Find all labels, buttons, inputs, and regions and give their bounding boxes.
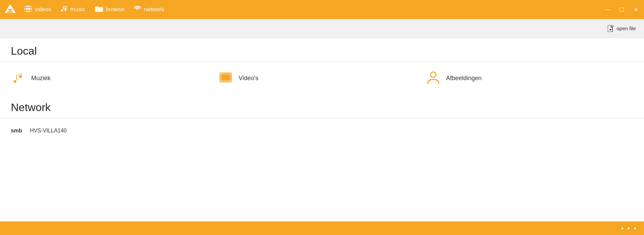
minimize-button[interactable]: —	[603, 5, 611, 14]
nav-label-network: network	[144, 6, 164, 13]
local-grid: Muziek Video's	[0, 62, 644, 94]
music-icon	[61, 5, 68, 14]
network-heading: Network	[0, 94, 644, 118]
local-heading: Local	[0, 38, 644, 61]
svg-rect-3	[7, 12, 13, 13]
more-options-dots[interactable]: • • •	[621, 224, 637, 232]
network-section: Network smb HVS-VILLA140	[0, 94, 644, 143]
nav-item-browse[interactable]: browse	[95, 6, 125, 14]
svg-point-13	[64, 9, 67, 11]
videos-icon	[24, 6, 32, 14]
content-area: Local Muziek	[0, 38, 644, 221]
nav-item-music[interactable]: music	[61, 5, 85, 14]
nav-label-music: music	[70, 6, 85, 13]
network-name: HVS-VILLA140	[30, 128, 67, 134]
vlc-logo[interactable]	[4, 3, 16, 16]
videos-film-icon	[218, 70, 233, 86]
svg-marker-19	[610, 29, 612, 31]
titlebar: videos music	[0, 0, 644, 19]
svg-rect-2	[9, 10, 12, 11]
local-item-muziek[interactable]: Muziek	[11, 70, 218, 86]
nav-item-network[interactable]: network	[134, 6, 164, 14]
svg-rect-1	[8, 9, 12, 10]
svg-rect-15	[67, 6, 67, 9]
close-button[interactable]: ✕	[632, 5, 640, 14]
nav-label-browse: browse	[106, 6, 125, 13]
network-protocol: smb	[11, 128, 24, 134]
open-file-icon	[608, 25, 614, 32]
open-file-button[interactable]: open file	[608, 25, 636, 32]
bottombar: • • •	[0, 221, 644, 235]
folder-icon	[95, 6, 103, 14]
nav-item-videos[interactable]: videos	[24, 6, 51, 14]
videos-label: Video's	[239, 75, 258, 82]
svg-marker-18	[611, 25, 613, 27]
afbeeldingen-label: Afbeeldingen	[446, 75, 482, 82]
muziek-icon	[11, 70, 26, 86]
network-icon	[134, 6, 141, 14]
local-item-videos[interactable]: Video's	[218, 70, 425, 86]
open-file-label: open file	[617, 25, 636, 31]
local-section: Local Muziek	[0, 38, 644, 94]
svg-rect-14	[63, 6, 64, 10]
svg-rect-23	[220, 73, 222, 82]
network-item-smb[interactable]: smb HVS-VILLA140	[11, 125, 633, 137]
local-item-afbeeldingen[interactable]: Afbeeldingen	[426, 70, 633, 86]
window-controls: — ☐ ✕	[603, 5, 640, 14]
svg-rect-8	[31, 6, 31, 12]
nav-items: videos music	[24, 5, 595, 14]
svg-rect-24	[230, 73, 232, 82]
muziek-label: Muziek	[31, 75, 51, 82]
toolbar: open file	[0, 19, 644, 38]
network-items: smb HVS-VILLA140	[0, 118, 644, 143]
svg-point-26	[431, 72, 436, 77]
svg-rect-7	[25, 6, 26, 12]
afbeeldingen-icon	[426, 70, 441, 86]
maximize-button[interactable]: ☐	[618, 5, 626, 14]
svg-point-16	[137, 8, 138, 10]
nav-label-videos: videos	[35, 6, 51, 13]
svg-point-12	[61, 10, 63, 12]
